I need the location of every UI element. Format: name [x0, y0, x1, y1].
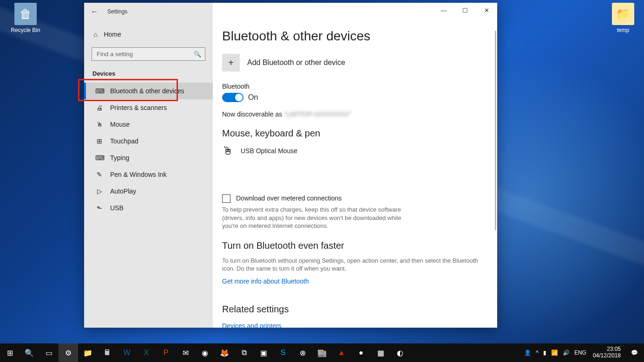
tray-language[interactable]: ENG: [574, 349, 586, 356]
sidebar-item-label: Typing: [110, 154, 129, 162]
devices-heading: Mouse, keyboard & pen: [222, 128, 484, 139]
home-nav[interactable]: ⌂ Home: [92, 27, 205, 42]
taskbar-app1[interactable]: ▣: [254, 343, 273, 362]
device-usb-mouse[interactable]: 🖱 USB Optical Mouse: [222, 144, 484, 157]
mouse-icon: 🖱: [95, 121, 104, 128]
touchpad-icon: ⊞: [95, 137, 104, 145]
metered-label: Download over metered connections: [236, 194, 342, 202]
related-heading: Related settings: [222, 304, 484, 315]
taskbar-app4[interactable]: ◐: [390, 343, 410, 362]
desktop-icon-label: Recycle Bin: [5, 27, 46, 33]
sidebar-item-autoplay[interactable]: ▷ AutoPlay: [84, 183, 213, 200]
toggle-state: On: [248, 93, 258, 102]
metered-checkbox[interactable]: [222, 194, 230, 203]
sidebar-item-label: Pen & Windows Ink: [110, 171, 166, 178]
add-device-button[interactable]: + Add Bluetooth or other device: [222, 54, 484, 71]
device-name-redacted: "LAPTOP-XXXXXXXX": [284, 110, 351, 118]
taskbar-xbox[interactable]: ⊗: [293, 343, 312, 362]
mouse-icon: 🖱: [222, 144, 233, 157]
action-center-button[interactable]: 💬: [624, 343, 644, 362]
sidebar-item-pen[interactable]: ✎ Pen & Windows Ink: [84, 166, 213, 183]
usb-icon: ⬑: [95, 204, 104, 212]
pen-icon: ✎: [95, 171, 104, 178]
sidebar-item-mouse[interactable]: 🖱 Mouse: [84, 116, 213, 133]
settings-sidebar: ⌂ Home Find a setting 🔍 Devices ⌨ Blueto…: [84, 3, 213, 328]
sidebar-item-touchpad[interactable]: ⊞ Touchpad: [84, 133, 213, 149]
discoverable-text: Now discoverable as "LAPTOP-XXXXXXXX": [222, 110, 484, 118]
sidebar-item-bluetooth[interactable]: ⌨ Bluetooth & other devices: [84, 83, 213, 99]
bluetooth-label: Bluetooth: [222, 83, 484, 90]
back-button[interactable]: ←: [91, 7, 98, 16]
system-tray: 👤 ^ ▮ 📶 🔊 ENG: [524, 349, 589, 356]
page-title: Bluetooth & other devices: [222, 29, 484, 44]
taskbar-store[interactable]: 🏬: [312, 343, 332, 362]
bluetooth-info-link[interactable]: Get more info about Bluetooth: [222, 278, 309, 285]
settings-window: ← Settings — ☐ ✕ ⌂ Home Find a setting 🔍…: [84, 3, 497, 328]
add-device-label: Add Bluetooth or other device: [247, 58, 345, 67]
sidebar-item-label: Mouse: [110, 121, 130, 128]
taskbar-explorer[interactable]: 📁: [78, 343, 98, 362]
discoverable-prefix: Now discoverable as: [222, 110, 284, 118]
device-name: USB Optical Mouse: [241, 147, 297, 155]
metered-helper: To help prevent extra charges, keep this…: [222, 206, 408, 230]
home-icon: ⌂: [93, 31, 97, 38]
taskbar: ⊞ 🔍 ▭ ⚙ 📁 🖩 W X P ✉ ◉ 🦊 ⧉ ▣ S ⊗ 🏬 ▲ ● ▦ …: [0, 343, 644, 362]
tray-battery-icon[interactable]: ▮: [543, 349, 546, 356]
sidebar-item-label: USB: [110, 204, 124, 212]
clock-time: 23:05: [593, 346, 621, 353]
taskbar-settings[interactable]: ⚙: [59, 343, 78, 362]
faster-heading: Turn on Bluetooth even faster: [222, 240, 484, 251]
task-view-button[interactable]: ▭: [39, 343, 59, 362]
bluetooth-icon: ⌨: [95, 87, 104, 95]
taskbar-word[interactable]: W: [117, 343, 137, 362]
home-label: Home: [104, 31, 121, 38]
bluetooth-toggle[interactable]: [222, 93, 243, 102]
desktop-icon-label: temp: [602, 27, 644, 33]
taskbar-outlook[interactable]: ✉: [176, 343, 195, 362]
taskbar-firefox[interactable]: 🦊: [215, 343, 234, 362]
taskbar-dropbox[interactable]: ⧉: [234, 343, 254, 362]
printer-icon: 🖨: [95, 104, 104, 111]
sidebar-item-label: Bluetooth & other devices: [110, 87, 184, 95]
tray-volume-icon[interactable]: 🔊: [563, 349, 570, 356]
taskbar-app3[interactable]: ▦: [371, 343, 390, 362]
taskbar-clock[interactable]: 23:05 04/12/2018: [589, 346, 624, 359]
settings-content: Bluetooth & other devices + Add Bluetoot…: [213, 3, 497, 328]
taskbar-excel[interactable]: X: [137, 343, 156, 362]
taskbar-avira[interactable]: ▲: [332, 343, 351, 362]
tray-chevron-up-icon[interactable]: ^: [536, 349, 539, 356]
taskbar-chrome[interactable]: ◉: [195, 343, 215, 362]
taskbar-app2[interactable]: ●: [351, 343, 371, 362]
autoplay-icon: ▷: [95, 187, 104, 195]
taskbar-calculator[interactable]: 🖩: [98, 343, 117, 362]
devices-printers-link[interactable]: Devices and printers: [222, 322, 282, 328]
plus-icon: +: [222, 54, 240, 71]
sidebar-item-label: AutoPlay: [110, 187, 136, 195]
recycle-bin-icon: 🗑: [14, 3, 37, 25]
sidebar-item-label: Printers & scanners: [110, 104, 167, 111]
taskbar-skype[interactable]: S: [273, 343, 293, 362]
start-button[interactable]: ⊞: [0, 343, 20, 362]
desktop-icon-temp[interactable]: 📁 temp: [602, 3, 644, 33]
search-icon: 🔍: [194, 51, 201, 58]
clock-date: 04/12/2018: [593, 353, 621, 359]
tray-people-icon[interactable]: 👤: [524, 349, 531, 356]
desktop-icon-recycle-bin[interactable]: 🗑 Recycle Bin: [5, 3, 46, 33]
search-placeholder: Find a setting: [97, 51, 133, 58]
keyboard-icon: ⌨: [95, 154, 104, 162]
sidebar-item-label: Touchpad: [110, 137, 138, 145]
window-title: Settings: [107, 8, 127, 15]
sidebar-item-usb[interactable]: ⬑ USB: [84, 200, 213, 216]
taskbar-powerpoint[interactable]: P: [156, 343, 176, 362]
faster-helper: To turn on Bluetooth without opening Set…: [222, 257, 482, 273]
folder-icon: 📁: [612, 3, 634, 25]
search-button[interactable]: 🔍: [20, 343, 39, 362]
sidebar-item-typing[interactable]: ⌨ Typing: [84, 149, 213, 166]
tray-network-icon[interactable]: 📶: [551, 349, 558, 356]
search-input[interactable]: Find a setting 🔍: [92, 47, 205, 61]
sidebar-item-printers[interactable]: 🖨 Printers & scanners: [84, 99, 213, 116]
scrollbar-thumb[interactable]: [495, 31, 496, 230]
sidebar-section-title: Devices: [92, 67, 205, 80]
